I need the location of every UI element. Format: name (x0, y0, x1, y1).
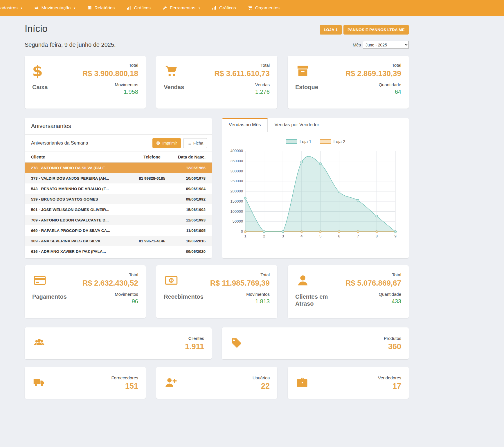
nav-item-orcamentos[interactable]: Orçamentos (242, 0, 285, 16)
money-icon: 1 (164, 274, 179, 287)
cell-telefone (129, 215, 174, 225)
birthday-row[interactable]: 616 - ADRIANO XAVIER DA PAZ (PALA... 09/… (25, 246, 212, 257)
total-label: Total (210, 272, 270, 277)
count-label: Vendas (214, 82, 270, 87)
ficha-button[interactable]: Ficha (183, 138, 207, 148)
birthdays-table-header: Cliente Telefone Data de Nasc. (25, 152, 212, 163)
counter-label: Usuários (253, 375, 270, 380)
svg-text:4: 4 (300, 234, 303, 238)
nav-item-graficos-1[interactable]: Gráficos (120, 0, 156, 16)
total-label: Total (82, 272, 138, 277)
nav-item-graficos-2[interactable]: Gráficos (206, 0, 242, 16)
svg-text:350000: 350000 (231, 159, 243, 163)
stat-card-vendas[interactable]: Vendas Total R$ 3.611.610,73 Vendas 1.27… (156, 56, 277, 109)
month-select[interactable]: June - 2025 (363, 41, 409, 49)
nav-item-ferramentas[interactable]: Ferramentas ▾ (156, 0, 206, 16)
stat-card-pagamentos[interactable]: Pagamentos Total R$ 2.632.430,52 Movimen… (25, 265, 146, 318)
counter-value: 360 (384, 342, 401, 351)
birthday-row[interactable]: 543 - RENATO MARINHO DE ARAUJO (F... 09/… (25, 183, 212, 194)
truck-icon (32, 376, 46, 388)
legend-swatch (320, 139, 331, 144)
birthday-row[interactable]: 709 - ANTONIO EDSON CAVALCANTE D... 12/0… (25, 215, 212, 225)
svg-text:50000: 50000 (233, 219, 243, 224)
birthdays-subtitle: Aniversariantes da Semana (31, 140, 88, 146)
cell-telefone: 81 99828-6185 (129, 173, 174, 183)
nav-item-label: Relatórios (95, 5, 115, 10)
cell-telefone (129, 194, 174, 204)
bar-chart-icon (212, 6, 217, 10)
legend-item-loja-1[interactable]: Loja 1 (286, 139, 312, 144)
birthday-row[interactable]: 501 - JOSE WELISSON GOMES OLIVEIR... 15/… (25, 204, 212, 215)
print-button[interactable]: Imprimir (152, 138, 181, 148)
nav-item-label: Ferramentas (170, 5, 195, 10)
svg-text:0: 0 (241, 229, 243, 234)
nav-item-label: Cadastros (0, 5, 18, 10)
counter-card-produtos[interactable]: Produtos 360 (222, 327, 409, 359)
stat-card-caixa[interactable]: $ Caixa Total R$ 3.900.800,18 Movimentos… (25, 56, 146, 109)
svg-text:3: 3 (282, 234, 284, 238)
user-icon (295, 274, 310, 287)
nav-item-label: Orçamentos (255, 5, 280, 10)
birthdays-panel: Aniversariantes Aniversariantes da Seman… (25, 118, 212, 258)
print-button-label: Imprimir (162, 141, 177, 145)
birthday-row[interactable]: 373 - VALDIR DOS ANJOS PEREIRA (AN... 81… (25, 173, 212, 183)
cell-cliente: 616 - ADRIANO XAVIER DA PAZ (PALA... (25, 246, 129, 257)
month-picker: Mês June - 2025 (353, 41, 409, 49)
counter-card-clientes[interactable]: Clientes 1.911 (25, 327, 212, 359)
date-text: Segunda-feira, 9 de junho de 2025. (25, 42, 116, 48)
stat-card-recebimentos[interactable]: 1 Recebimentos Total R$ 11.985.769,39 Mo… (156, 265, 277, 318)
header-buttons: LOJA 1 PANNOS E PANNOS LTDA ME (320, 25, 409, 35)
stat-card-estoque[interactable]: Estoque Total R$ 2.869.130,39 Quantidade… (288, 56, 409, 109)
legend-swatch (286, 139, 297, 144)
report-icon (87, 6, 92, 10)
counters-row-1: Clientes 1.911 Produtos 360 (25, 327, 409, 359)
svg-text:200000: 200000 (231, 189, 243, 193)
dollar-icon: $ (32, 63, 43, 78)
store-button[interactable]: LOJA 1 (320, 25, 342, 35)
birthday-row[interactable]: 309 - ANA SEVERINA PAES DA SILVA 81 9967… (25, 236, 212, 246)
cell-cliente: 669 - RAFAELA PROCOPIO DA SILVA CA... (25, 225, 129, 236)
cell-telefone: 81 99671-4146 (129, 236, 174, 246)
caret-down-icon: ▾ (74, 6, 75, 10)
svg-text:100000: 100000 (231, 209, 243, 214)
nav-item-label: Gráficos (219, 5, 236, 10)
briefcase-icon (295, 376, 309, 388)
nav-item-relatorios[interactable]: Relatórios (81, 0, 121, 16)
cell-cliente: 309 - ANA SEVERINA PAES DA SILVA (25, 236, 129, 246)
svg-text:400000: 400000 (231, 149, 243, 153)
svg-text:7: 7 (357, 234, 359, 238)
company-button[interactable]: PANNOS E PANNOS LTDA ME (343, 25, 409, 35)
nav-item-cadastros[interactable]: Cadastros ▾ (0, 0, 28, 16)
cell-telefone (129, 204, 174, 215)
date-row: Segunda-feira, 9 de junho de 2025. Mês J… (25, 41, 409, 49)
birthday-row[interactable]: 539 - BRUNO DOS SANTOS GOMES 09/06/1992 (25, 194, 212, 204)
total-value: R$ 5.076.869,67 (345, 279, 401, 288)
cell-data-nasc: 09/06/1984 (174, 183, 212, 194)
svg-text:150000: 150000 (231, 199, 243, 203)
counter-value: 17 (378, 382, 401, 391)
birthday-row[interactable]: 278 - ANTONIO EMIDIO DA SILVA (PALE... 1… (25, 163, 212, 173)
exchange-icon (34, 6, 39, 10)
stat-card-label: Pagamentos (32, 293, 67, 300)
svg-text:1: 1 (244, 234, 246, 238)
legend-item-loja-2[interactable]: Loja 2 (320, 139, 345, 144)
tab-vendas-por-vendedor[interactable]: Vendas por Vendedor (268, 118, 326, 132)
total-label: Total (214, 63, 270, 68)
stat-card-clientes-em-atraso[interactable]: Clientes em Atraso Total R$ 5.076.869,67… (288, 265, 409, 318)
users-icon (32, 337, 46, 349)
credit-card-icon (32, 274, 47, 287)
caret-down-icon: ▾ (21, 6, 22, 10)
stat-card-label: Estoque (295, 84, 318, 91)
counter-card-usuarios[interactable]: Usuários 22 (156, 367, 277, 399)
nav-item-movimentacao[interactable]: Movimentação ▾ (28, 0, 81, 16)
cell-cliente: 501 - JOSE WELISSON GOMES OLIVEIR... (25, 204, 129, 215)
counter-label: Clientes (185, 336, 204, 341)
page-title: Início (25, 23, 48, 34)
column-cliente: Cliente (25, 152, 129, 163)
sales-month-chart: 0500001000001500002000002500003000003500… (227, 147, 400, 241)
tab-vendas-no-m-s[interactable]: Vendas no Mês (222, 118, 268, 132)
birthday-row[interactable]: 669 - RAFAELA PROCOPIO DA SILVA CA... 11… (25, 225, 212, 236)
counter-card-vendedores[interactable]: Vendedores 17 (288, 367, 409, 399)
birthdays-toolbar: Aniversariantes da Semana Imprimir Ficha (25, 135, 212, 152)
counter-card-fornecedores[interactable]: Fornecedores 151 (25, 367, 146, 399)
